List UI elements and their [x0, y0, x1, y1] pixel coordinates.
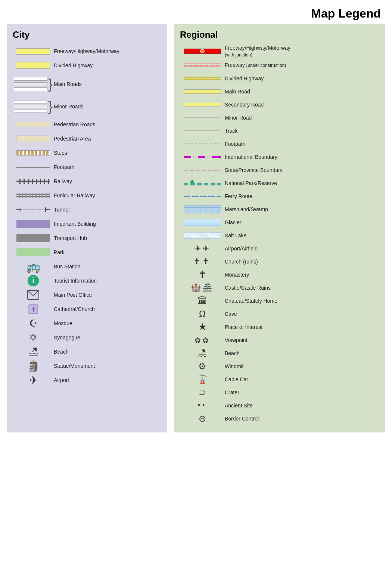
transport-hub-symbol — [13, 234, 54, 242]
regional-section: Regional Freeway/Highway/Motorway (with … — [174, 24, 385, 432]
svg-text:i: i — [32, 276, 34, 284]
mosque-label: Mosque — [54, 320, 72, 327]
r-windmill-symbol: ⚙ — [180, 361, 225, 372]
list-item: Minor Road — [180, 112, 379, 124]
ped-roads-symbol — [13, 122, 54, 127]
railway-symbol — [13, 179, 54, 184]
list-item: Tunnel — [13, 203, 161, 216]
airport-city-label: Airport — [54, 377, 69, 383]
r-airport-symbol: ✈✈ — [180, 244, 225, 253]
list-item: ☪ Mosque — [13, 317, 161, 330]
tourist-info-icon: i — [13, 275, 54, 287]
list-item: ⚙ Windmill — [180, 360, 379, 372]
freeway-symbol — [13, 48, 54, 55]
list-item: Divided Highway — [13, 59, 161, 72]
r-church-label: Church (ruins) — [225, 258, 258, 265]
r-viewpoint-symbol: ✿✿ — [180, 336, 225, 345]
r-monastery-symbol: ✝ — [180, 269, 225, 280]
list-item: Marshland/Swamp — [180, 203, 379, 215]
transport-hub-label: Transport Hub — [54, 235, 87, 241]
beach-city-icon: 🏖 — [13, 346, 54, 358]
bus-station-icon: 🚌 — [13, 260, 54, 273]
legend-columns: City Freeway/Highway/Motorway Divided Hi… — [0, 24, 392, 440]
r-minor-road-symbol — [180, 117, 225, 118]
r-footpath-label: Footpath — [225, 141, 245, 147]
list-item: Pedestrian Area — [13, 132, 161, 145]
r-track-symbol — [180, 130, 225, 131]
r-track-label: Track — [225, 127, 237, 134]
list-item: Track — [180, 125, 379, 137]
r-marshland-symbol — [180, 205, 225, 213]
r-ancient-site-label: Ancient Site — [225, 402, 253, 409]
list-item: Divided Highway — [180, 73, 379, 84]
list-item: 🏛 Chateau/Stately Home — [180, 295, 379, 307]
important-building-label: Important Building — [54, 221, 96, 227]
list-item: Footpath — [13, 160, 161, 174]
list-item: Ferry Route — [180, 190, 379, 202]
r-glacier-symbol — [180, 219, 225, 226]
r-chateau-symbol: 🏛 — [180, 295, 225, 306]
r-state-boundary-symbol — [180, 170, 225, 170]
list-item: ★ Place of Interest — [180, 321, 379, 333]
r-freeway-construction-label: Freeway (under construction) — [225, 62, 286, 69]
r-footpath-symbol — [180, 144, 225, 144]
list-item: Park — [13, 246, 161, 259]
r-windmill-label: Windmill — [225, 363, 245, 370]
list-item: ✈ Airport — [13, 373, 161, 387]
list-item: 🗿 Statue/Monument — [13, 359, 161, 373]
important-building-symbol — [13, 220, 54, 228]
r-ancient-site-symbol: •• — [180, 401, 225, 409]
park-symbol — [13, 248, 54, 256]
tunnel-symbol — [13, 206, 54, 213]
tourist-info-label: Tourist Information — [54, 277, 97, 284]
post-office-icon — [13, 290, 54, 300]
svg-point-11 — [200, 49, 204, 53]
list-item: Ω Cave — [180, 308, 379, 320]
list-item: 🚡 Cable Car — [180, 373, 379, 385]
list-item: i Tourist Information — [13, 274, 161, 287]
funicular-symbol — [13, 193, 54, 198]
r-main-road-symbol — [180, 89, 225, 94]
list-item: Secondary Road — [180, 99, 379, 111]
park-label: Park — [54, 249, 65, 256]
list-item: ⊖ Border Control — [180, 413, 379, 425]
main-roads-symbol: } — [13, 77, 54, 91]
r-intl-boundary-label: International Boundary — [225, 154, 277, 160]
footpath-label: Footpath — [54, 164, 74, 170]
list-item: ✡ Synagogue — [13, 331, 161, 344]
r-place-interest-symbol: ★ — [180, 321, 225, 333]
r-castle-label: Castle/Castle Ruins — [225, 284, 271, 291]
list-item: } Main Roads — [13, 73, 161, 95]
minor-roads-label: Minor Roads — [54, 103, 83, 110]
r-intl-boundary-symbol — [180, 155, 225, 159]
r-border-control-symbol: ⊖ — [180, 413, 225, 424]
synagogue-label: Synagogue — [54, 334, 80, 341]
divided-highway-label: Divided Highway — [54, 62, 93, 69]
list-item: National Park/Reserve — [180, 177, 379, 189]
r-monastery-label: Monastery — [225, 271, 249, 278]
list-item: Steps — [13, 146, 161, 160]
list-item: ✿✿ Viewpoint — [180, 334, 379, 346]
r-cave-label: Cave — [225, 311, 237, 317]
r-marshland-label: Marshland/Swamp — [225, 206, 268, 213]
tunnel-label: Tunnel — [54, 206, 69, 213]
r-border-control-label: Border Control — [225, 415, 259, 422]
r-cave-symbol: Ω — [180, 309, 225, 319]
city-section-title: City — [13, 30, 161, 40]
r-national-park-label: National Park/Reserve — [225, 180, 277, 187]
freeway-label: Freeway/Highway/Motorway — [54, 48, 119, 55]
list-item: Main Road — [180, 86, 379, 98]
r-cable-car-label: Cable Car — [225, 376, 248, 383]
svg-rect-42 — [184, 205, 221, 213]
page-title: Map Legend — [0, 0, 392, 24]
minor-roads-symbol: } — [13, 100, 54, 113]
r-minor-road-label: Minor Road — [225, 114, 252, 121]
city-section: City Freeway/Highway/Motorway Divided Hi… — [7, 24, 167, 432]
r-crater-label: Crater — [225, 389, 239, 396]
airport-city-icon: ✈ — [13, 374, 54, 386]
footpath-symbol — [13, 167, 54, 168]
r-national-park-symbol — [180, 180, 225, 186]
r-freeway-label: Freeway/Highway/Motorway (with junction) — [225, 44, 290, 58]
list-item: Main Post Office — [13, 288, 161, 302]
r-beach-symbol: 🏖 — [180, 348, 225, 358]
